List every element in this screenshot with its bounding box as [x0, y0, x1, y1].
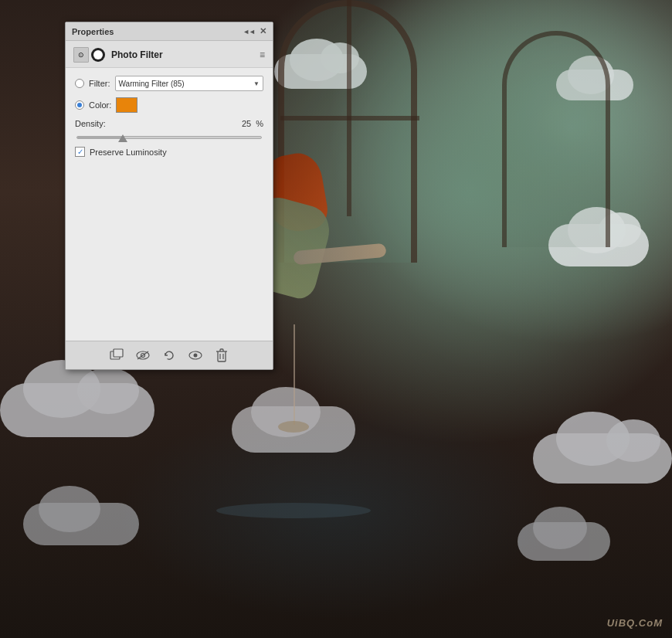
density-slider-track[interactable]: [76, 136, 262, 139]
dropdown-arrow-icon: ▼: [253, 80, 260, 87]
water-puddle: [216, 503, 371, 518]
cloud-bottom-right: [533, 433, 672, 484]
cloud-bottom-left: [0, 383, 154, 437]
adjustment-icon: ⊙: [73, 47, 89, 63]
density-value: 25: [236, 119, 251, 128]
hanging-string: [294, 324, 295, 425]
density-slider-thumb[interactable]: [118, 134, 127, 142]
filter-radio[interactable]: [75, 79, 84, 88]
layer-icon: [91, 48, 105, 62]
panel-body: Filter: Warming Filter (85) ▼ Color: Den…: [66, 68, 273, 341]
density-slider-container: [75, 136, 263, 137]
color-label: Color:: [89, 100, 111, 110]
density-row: Density: 25 %: [75, 119, 263, 128]
color-swatch[interactable]: [116, 97, 137, 113]
watermark: UiBQ.CoM: [607, 617, 663, 629]
cloud-far-bottom-right: [518, 522, 610, 561]
properties-panel: Properties ◄◄ ✕ ⊙ Photo Filter ≡ Filter:…: [65, 22, 273, 370]
luminosity-row: Preserve Luminosity: [75, 147, 263, 157]
filter-header: ⊙ Photo Filter ≡: [66, 41, 273, 68]
add-adjustment-icon[interactable]: [109, 348, 124, 363]
density-unit: %: [256, 119, 263, 128]
filter-icon-group: ⊙: [73, 47, 105, 63]
reset-icon[interactable]: [161, 348, 177, 363]
delete-icon[interactable]: [214, 348, 229, 363]
filter-dropdown-value: Warming Filter (85): [119, 80, 185, 88]
window-bar-h: [280, 116, 419, 120]
svg-point-6: [194, 354, 198, 358]
panel-menu-icon[interactable]: ≡: [260, 49, 265, 60]
filter-option-row: Filter: Warming Filter (85) ▼: [75, 76, 263, 91]
view-icon[interactable]: [135, 348, 151, 363]
color-radio[interactable]: [75, 100, 84, 110]
luminosity-label: Preserve Luminosity: [90, 148, 167, 157]
filter-title-text: Photo Filter: [111, 49, 163, 60]
watermark-text: UiBQ.CoM: [607, 617, 663, 629]
eye-mask-icon[interactable]: [188, 348, 203, 363]
panel-title: Properties: [72, 27, 114, 36]
close-button[interactable]: ✕: [260, 26, 266, 36]
luminosity-checkbox[interactable]: [75, 147, 85, 157]
panel-titlebar-controls: ◄◄ ✕: [243, 26, 266, 36]
color-option-row: Color:: [75, 97, 263, 113]
panel-toolbar: [66, 341, 273, 369]
string-object: [278, 421, 309, 433]
cloud-far-bottom-left: [23, 503, 139, 545]
density-label: Density:: [75, 119, 114, 128]
panel-empty-space: [75, 163, 263, 333]
collapse-arrows-icon[interactable]: ◄◄: [243, 28, 255, 36]
density-slider-fill: [77, 137, 124, 138]
filter-label: Filter:: [89, 79, 110, 88]
arch-window-right: [502, 31, 610, 247]
layer-icon-inner: [93, 50, 103, 59]
panel-titlebar: Properties ◄◄ ✕: [66, 22, 273, 41]
svg-rect-1: [114, 349, 123, 357]
filter-dropdown[interactable]: Warming Filter (85) ▼: [115, 76, 264, 91]
